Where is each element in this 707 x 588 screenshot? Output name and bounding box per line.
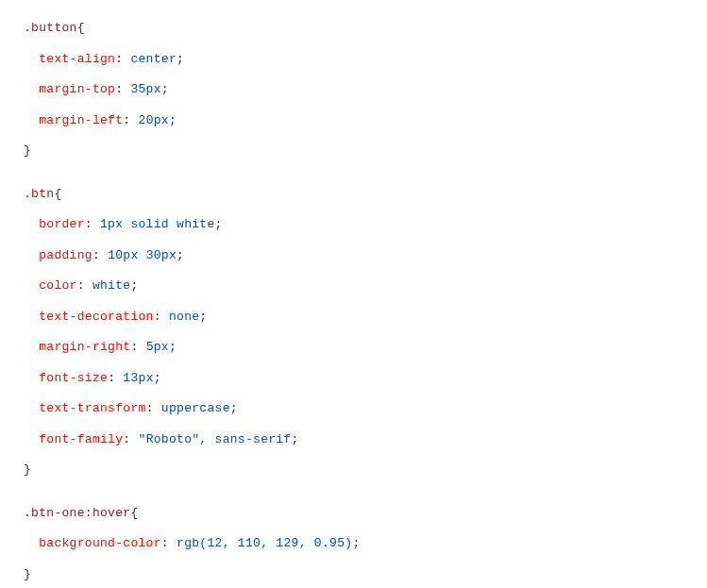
css-prop: margin-top	[39, 82, 115, 96]
css-prop: padding	[39, 248, 93, 262]
selector-text: .btn	[24, 187, 54, 201]
css-value: none	[169, 310, 199, 324]
css-prop: border	[39, 217, 85, 231]
css-value: "Roboto", sans-serif	[139, 432, 292, 446]
css-value: rgb(12, 110, 129, 0.95)	[177, 536, 352, 550]
css-code-block: .button{ text-align: center; margin-top:…	[24, 19, 683, 583]
css-value: white	[93, 278, 131, 293]
css-value: 35px	[130, 82, 160, 96]
css-prop: text-decoration	[39, 310, 154, 324]
selector-text: .button	[24, 21, 77, 35]
css-value: 1px solid white	[100, 217, 215, 231]
css-value: 5px	[146, 340, 169, 354]
css-value: uppercase	[161, 401, 230, 415]
css-value: 13px	[123, 371, 153, 385]
selector-text: .btn-one:hover	[24, 506, 130, 520]
css-prop: margin-left	[39, 113, 123, 127]
css-prop: margin-right	[39, 340, 130, 354]
css-value: center	[130, 52, 177, 66]
css-prop: text-align	[39, 52, 115, 66]
css-value: 10px 30px	[108, 248, 177, 262]
css-value: 20px	[139, 113, 169, 127]
css-prop: background-color	[39, 536, 161, 550]
css-prop: font-family	[39, 432, 123, 446]
css-prop: font-size	[39, 371, 108, 385]
css-prop: text-transform	[39, 401, 145, 415]
css-prop: color	[39, 278, 77, 293]
